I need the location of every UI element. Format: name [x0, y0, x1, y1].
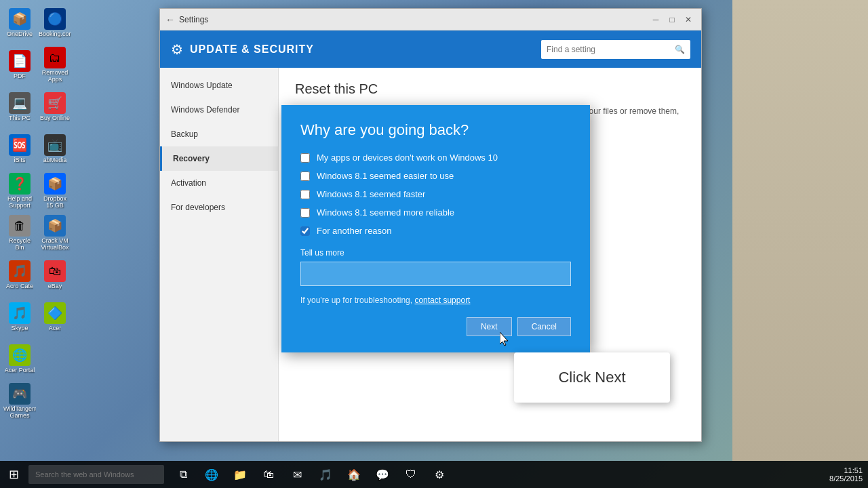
desktop-icon-skype[interactable]: 🎵 Skype [3, 297, 37, 338]
search-icon: 🔍 [675, 45, 685, 54]
taskbar-time: 11:51 8/25/2015 [829, 466, 863, 483]
desktop-icon-acrocate[interactable]: 🎵 Acro Cate [3, 255, 37, 296]
desktop-icon-removed[interactable]: 🗂 Removed Apps [38, 45, 72, 85]
checkbox-label-apps: My apps or devices don't work on Windows… [317, 152, 498, 163]
desktop-icon-booking[interactable]: 🔵 Booking.com [38, 3, 72, 43]
sidebar-item-activation[interactable]: Activation [160, 171, 278, 195]
checkbox-label-faster: Windows 8.1 seemed faster [317, 189, 425, 199]
maximize-button[interactable]: □ [665, 13, 679, 26]
taskbar-settings-icon[interactable]: ⚙ [426, 461, 453, 488]
checkbox-label-easier: Windows 8.1 seemed easier to use [317, 171, 454, 181]
checkbox-faster[interactable] [300, 190, 310, 199]
desktop-icon-dropbox[interactable]: 📦 Dropbox 15 GB [38, 171, 72, 211]
checkbox-item-other[interactable]: For another reason [300, 226, 571, 236]
checkbox-label-reliable: Windows 8.1 seemed more reliable [317, 207, 454, 218]
minimize-button[interactable]: ─ [648, 13, 663, 26]
settings-gear-icon: ⚙ [171, 41, 183, 58]
taskbar-security-icon[interactable]: 🛡 [397, 461, 425, 488]
taskbar-home-icon[interactable]: 🏠 [340, 461, 368, 488]
desktop-icon-virtualbox[interactable]: 📦 Crack VM VirtualBox [38, 213, 72, 253]
taskbar-store-icon[interactable]: 🛍 [255, 461, 282, 488]
taskbar-folder-icon[interactable]: 📁 [226, 461, 254, 488]
desktop-icon-recyclebin[interactable]: 🗑 Recycle Bin [3, 213, 37, 253]
start-button[interactable]: ⊞ [0, 461, 27, 488]
callout-tooltip: Click Next [514, 352, 670, 403]
tell-us-input[interactable] [300, 262, 571, 286]
desktop-icon-abmedia[interactable]: 📺 abMedia [38, 129, 72, 169]
desktop-icons: 📦 OneDrive 📄 PDF 💻 This PC 🆘 iBits ❓ Hel… [0, 0, 75, 461]
dialog-buttons: Next Cancel [300, 317, 571, 336]
search-box[interactable]: 🔍 [541, 40, 690, 59]
desktop-icon-help[interactable]: ❓ Help and Support [3, 171, 37, 211]
taskbar-icons: ⧉ 🌐 📁 🛍 ✉ 🎵 🏠 💬 🛡 ⚙ [170, 461, 453, 488]
desktop-icon-pdf[interactable]: 📄 PDF [3, 45, 37, 85]
right-panel [732, 0, 868, 461]
checkbox-item-easier[interactable]: Windows 8.1 seemed easier to use [300, 171, 571, 181]
checkbox-label-other: For another reason [317, 226, 392, 236]
desktop-icon-thispc[interactable]: 💻 This PC [3, 87, 37, 127]
title-bar-left: ← Settings [165, 14, 208, 25]
checkbox-group: My apps or devices don't work on Windows… [300, 152, 571, 236]
dialog-title: Why are you going back? [300, 121, 571, 139]
taskbar-skype-taskbar-icon[interactable]: 💬 [369, 461, 396, 488]
callout-text: Click Next [558, 369, 625, 386]
taskbar-edge-icon[interactable]: 🌐 [198, 461, 225, 488]
checkbox-item-faster[interactable]: Windows 8.1 seemed faster [300, 189, 571, 199]
contact-support-link[interactable]: contact support [414, 296, 470, 305]
sidebar-item-windows-update[interactable]: Windows Update [160, 73, 278, 98]
desktop-icon-acer-portal[interactable]: 🌐 Acer Portal [3, 339, 37, 380]
next-button[interactable]: Next [467, 317, 512, 336]
checkbox-reliable[interactable] [300, 208, 310, 218]
settings-sidebar: Windows Update Windows Defender Backup R… [160, 68, 279, 441]
sidebar-item-recovery[interactable]: Recovery [160, 146, 278, 171]
task-view-button[interactable]: ⧉ [170, 461, 197, 488]
checkbox-other[interactable] [300, 226, 310, 236]
checkbox-item-apps[interactable]: My apps or devices don't work on Windows… [300, 152, 571, 163]
checkbox-item-reliable[interactable]: Windows 8.1 seemed more reliable [300, 207, 571, 218]
desktop-icon-onedrive[interactable]: 📦 OneDrive [3, 3, 37, 43]
desktop-icon-ebay[interactable]: 🛍 eBay [38, 255, 72, 296]
checkbox-easier[interactable] [300, 171, 310, 181]
taskbar-right: 11:51 8/25/2015 [829, 466, 868, 483]
tell-us-label: Tell us more [300, 248, 571, 258]
why-going-back-dialog: Why are you going back? My apps or devic… [281, 105, 590, 352]
taskbar: ⊞ ⧉ 🌐 📁 🛍 ✉ 🎵 🏠 💬 🛡 ⚙ 11:51 8/25/2015 [0, 461, 868, 488]
taskbar-search-input[interactable] [28, 465, 164, 484]
sidebar-item-backup[interactable]: Backup [160, 122, 278, 146]
checkbox-apps[interactable] [300, 153, 310, 163]
troubleshoot-text: If you're up for troubleshooting, contac… [300, 296, 571, 305]
desktop-icon-ebayonline[interactable]: 🛒 Buy Online [38, 87, 72, 127]
desktop-icon-wildtangent[interactable]: 🎮 WildTangent Games [3, 381, 37, 422]
taskbar-mail-icon[interactable]: ✉ [283, 461, 311, 488]
settings-section-title: UPDATE & SECURITY [190, 43, 314, 56]
main-title: Reset this PC [295, 81, 685, 97]
sidebar-item-for-developers[interactable]: For developers [160, 195, 278, 220]
desktop-icon-ibits[interactable]: 🆘 iBits [3, 129, 37, 169]
desktop-icon-acer[interactable]: 🔷 Acer [38, 297, 72, 338]
sidebar-item-windows-defender[interactable]: Windows Defender [160, 98, 278, 122]
cancel-button[interactable]: Cancel [517, 317, 571, 336]
title-bar-controls: ─ □ ✕ [648, 13, 696, 26]
settings-header: ⚙ UPDATE & SECURITY 🔍 [160, 30, 701, 68]
close-button[interactable]: ✕ [681, 13, 696, 26]
window-title: Settings [179, 15, 208, 24]
desktop: 📦 OneDrive 📄 PDF 💻 This PC 🆘 iBits ❓ Hel… [0, 0, 868, 488]
taskbar-media-icon[interactable]: 🎵 [312, 461, 339, 488]
search-input[interactable] [547, 45, 672, 54]
title-bar: ← Settings ─ □ ✕ [160, 9, 701, 30]
